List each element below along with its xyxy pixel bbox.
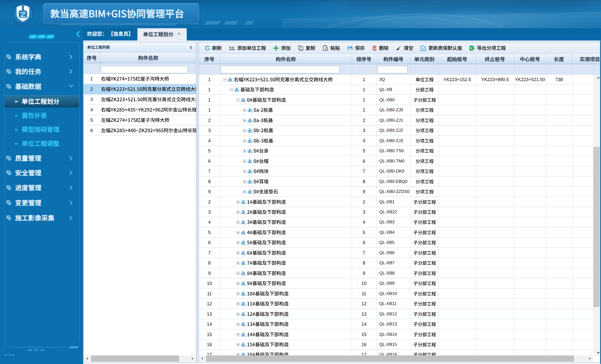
- svg-text:T: T: [326, 48, 327, 50]
- svg-text:X: X: [470, 46, 472, 50]
